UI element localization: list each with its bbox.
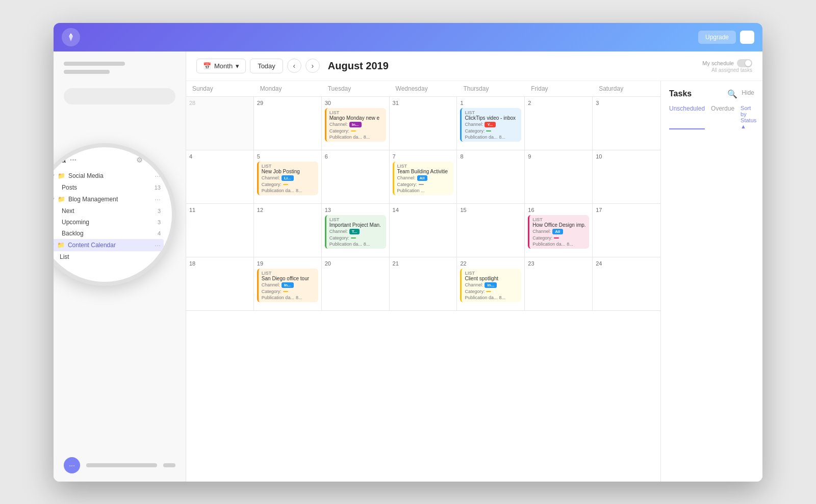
- tasks-header-icons: 🔍 Hide: [727, 89, 754, 99]
- next-month-button[interactable]: ›: [305, 59, 320, 73]
- event-card-office[interactable]: List How Office Design imp. Channel: All…: [528, 215, 589, 249]
- tab-unscheduled[interactable]: Unscheduled: [669, 105, 705, 129]
- tab-overdue[interactable]: Overdue: [711, 105, 734, 129]
- day-cell-28[interactable]: 28: [186, 97, 254, 150]
- day-cell-6[interactable]: 6: [322, 150, 390, 203]
- calendar-title: August 2019: [328, 60, 389, 72]
- day-cell-24[interactable]: 24: [593, 257, 660, 310]
- day-cell-21[interactable]: 21: [390, 257, 457, 310]
- day-cell-31[interactable]: 31: [390, 97, 457, 150]
- day-cell-13[interactable]: 13 List Important Project Man. Channel: …: [322, 204, 390, 257]
- pub-val-ct: 8...: [499, 135, 505, 140]
- day-cell-12[interactable]: 12: [254, 204, 322, 257]
- mag-upcoming-item[interactable]: Upcoming 3: [54, 217, 164, 228]
- day-cell-19[interactable]: 19 List San Diego office tour Channel: I…: [254, 257, 322, 310]
- event-card-project[interactable]: List Important Project Man. Channel: T..…: [325, 215, 386, 249]
- day-header-sunday: Sunday: [186, 81, 254, 96]
- cat-tag-ct: [486, 130, 491, 131]
- pub-label-proj: Publication da...: [329, 242, 362, 247]
- day-number-12: 12: [257, 207, 318, 213]
- my-schedule-label: My schedule: [702, 60, 734, 66]
- event-label-cl: List: [465, 271, 518, 276]
- event-meta-job3: Publication da... 8...: [262, 188, 315, 193]
- pub-val-job: 8...: [296, 188, 302, 193]
- day-number-11: 11: [189, 207, 250, 213]
- day-header-monday: Monday: [254, 81, 322, 96]
- mag-social-media-item[interactable]: ▼ 📁 Social Media ···: [54, 170, 164, 182]
- mag-next-item[interactable]: Next 3: [54, 205, 164, 217]
- mag-expand-icon: ▼: [54, 173, 56, 178]
- day-cell-18[interactable]: 18: [186, 257, 254, 310]
- tasks-search-icon[interactable]: 🔍: [727, 89, 737, 99]
- channel-tag-off: All: [552, 229, 563, 234]
- mag-social-more-icon[interactable]: ···: [155, 172, 161, 180]
- mag-gear-icon[interactable]: ⚙: [136, 156, 143, 164]
- day-cell-17[interactable]: 17: [593, 204, 660, 257]
- cat-tag-cl: [486, 291, 491, 292]
- mag-subsection-blog: ▼ 📁 Blog Management ··· Next 3 Upcoming …: [54, 193, 164, 239]
- event-meta-mango: Channel: In...: [329, 122, 383, 127]
- day-cell-15[interactable]: 15: [457, 204, 525, 257]
- mag-backlog-label: Backlog: [62, 230, 158, 237]
- day-cell-20[interactable]: 20: [322, 257, 390, 310]
- app-body: Media ··· ⚙ + 🔍 ▼ 📁 Social Media ···: [54, 51, 762, 482]
- mag-blog-item[interactable]: ▼ 📁 Blog Management ···: [54, 193, 164, 205]
- day-cell-7[interactable]: 7 List Team Building Activitie Channel: …: [390, 150, 457, 203]
- day-header-tuesday: Tuesday: [322, 81, 390, 96]
- day-number-7: 7: [393, 153, 454, 160]
- day-cell-16[interactable]: 16 List How Office Design imp. Channel: …: [525, 204, 593, 257]
- today-button[interactable]: Today: [250, 59, 283, 73]
- tasks-sortby[interactable]: Sort by Status ▲: [741, 105, 756, 129]
- day-cell-5[interactable]: 5 List New Job Posting Channel: Li...: [254, 150, 322, 203]
- sidebar-search-bar[interactable]: [64, 88, 175, 104]
- mag-content-calendar-item[interactable]: ▼ 📁 Content Calendar ···: [54, 239, 164, 251]
- titlebar-actions: Upgrade: [698, 31, 754, 44]
- event-card-job[interactable]: List New Job Posting Channel: Li... Cate…: [257, 162, 318, 195]
- mag-upcoming-label: Upcoming: [62, 219, 158, 226]
- day-cell-23[interactable]: 23: [525, 257, 593, 310]
- day-cell-2[interactable]: 2: [525, 97, 593, 150]
- event-card-clicktips[interactable]: List ClickTips video - inbox Channel: Y.…: [460, 108, 521, 142]
- mag-search-icon[interactable]: 🔍: [155, 156, 164, 164]
- day-cell-29[interactable]: 29: [254, 97, 322, 150]
- pub-label-job: Publication da...: [262, 188, 294, 193]
- sort-by-value: Status ▲: [741, 117, 756, 129]
- titlebar-secondary-button[interactable]: [740, 31, 754, 44]
- day-cell-22[interactable]: 22 List Client spotlight Channel: In...: [457, 257, 525, 310]
- cat-tag-team: [419, 184, 424, 185]
- event-meta-team2: Category:: [397, 182, 451, 187]
- upgrade-button[interactable]: Upgrade: [698, 31, 736, 44]
- event-card-mango[interactable]: List Mango Monday new e Channel: In... C…: [325, 108, 386, 142]
- chat-button[interactable]: ···: [64, 457, 80, 473]
- month-view-button[interactable]: 📅 Month ▾: [196, 59, 246, 73]
- prev-month-button[interactable]: ‹: [287, 59, 301, 73]
- mag-cc-more-icon[interactable]: ···: [155, 241, 161, 249]
- mag-cc-expand-icon: ▼: [54, 242, 55, 248]
- day-cell-10[interactable]: 10: [593, 150, 660, 203]
- mag-blog-more-icon[interactable]: ···: [155, 195, 161, 203]
- day-cell-11[interactable]: 11: [186, 204, 254, 257]
- schedule-toggle-track[interactable]: [737, 59, 752, 67]
- event-title-off: How Office Design imp.: [532, 222, 586, 228]
- event-card-sandiego[interactable]: List San Diego office tour Channel: In..…: [257, 269, 318, 302]
- day-cell-3[interactable]: 3: [593, 97, 660, 150]
- mag-posts-item[interactable]: Posts 13: [54, 182, 164, 193]
- mag-list-item[interactable]: List 8: [54, 251, 164, 262]
- day-header-saturday: Saturday: [593, 81, 660, 96]
- event-label-ct: List: [465, 110, 518, 115]
- mag-backlog-item[interactable]: Backlog 4: [54, 228, 164, 239]
- event-card-client[interactable]: List Client spotlight Channel: In... Cat…: [460, 269, 521, 302]
- day-cell-30[interactable]: 30 List Mango Monday new e Channel: In..…: [322, 97, 390, 150]
- day-number-24: 24: [596, 260, 657, 267]
- day-cell-14[interactable]: 14: [390, 204, 457, 257]
- event-card-team[interactable]: List Team Building Activitie Channel: Al…: [393, 162, 454, 195]
- tasks-hide-label[interactable]: Hide: [742, 89, 754, 99]
- mag-add-icon[interactable]: +: [147, 156, 151, 164]
- day-cell-8[interactable]: 8: [457, 150, 525, 203]
- day-cell-1[interactable]: 1 List ClickTips video - inbox Channel: …: [457, 97, 525, 150]
- day-cell-4[interactable]: 4: [186, 150, 254, 203]
- mag-upcoming-count: 3: [158, 219, 161, 225]
- day-cell-9[interactable]: 9: [525, 150, 593, 203]
- event-meta-ct2: Category:: [465, 128, 518, 134]
- event-meta-off1: Channel: All: [532, 229, 586, 234]
